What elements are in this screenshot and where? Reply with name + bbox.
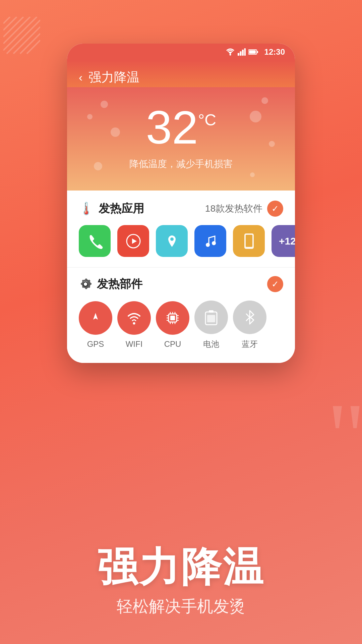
heating-apps-count: 18款发热软件 [205,202,262,215]
bluetooth-circle [233,301,266,334]
app-icon-music[interactable] [194,225,226,257]
sub-title: 轻松解决手机发烫 [20,596,342,617]
temperature-display: 32 °C [67,104,295,151]
wifi-label: WIFI [126,339,143,349]
main-title: 强力降温 [20,545,342,589]
battery-icon [248,49,258,55]
app-icon-more[interactable]: +12 [272,225,295,257]
status-bar: 12:30 [67,44,295,60]
svg-line-1 [3,17,17,30]
more-apps-label: +12 [279,235,295,247]
thermometer-icon: 🌡️ [79,202,94,216]
section-header-apps: 🌡️ 发热应用 18款发热软件 ✓ [79,201,283,217]
component-wifi[interactable]: WIFI [117,301,151,349]
app-icon-phone[interactable] [79,225,111,257]
svg-rect-13 [242,50,244,56]
temperature-section: 32 °C 降低温度，减少手机损害 [67,87,295,191]
svg-rect-29 [170,316,175,320]
svg-rect-24 [246,235,252,247]
bubble-2 [87,114,93,119]
cpu-label: CPU [164,339,181,349]
gps-label: GPS [87,339,104,349]
header-title: 强力降温 [88,69,139,86]
battery-circle [194,301,228,334]
svg-rect-25 [247,248,251,248]
apps-row: +12 [79,225,283,257]
svg-rect-14 [244,48,246,56]
component-gps[interactable]: GPS [79,301,112,349]
svg-point-21 [206,243,210,247]
svg-rect-16 [257,51,258,53]
battery-label: 电池 [203,339,219,350]
bubble-5 [250,111,261,122]
svg-point-27 [133,322,135,325]
heating-apps-section: 🌡️ 发热应用 18款发热软件 ✓ [67,191,295,267]
svg-line-8 [27,40,40,54]
bubble-4 [261,97,268,104]
svg-rect-43 [209,310,214,313]
phone-screen: 12:30 ‹ 强力降温 32 °C 降低温度，减少手机损害 [67,44,295,363]
svg-point-10 [229,54,231,56]
section-title-group-components: 发热部件 [79,276,142,292]
svg-line-3 [3,17,30,44]
quote-decoration: " [327,389,362,483]
svg-marker-19 [132,238,137,244]
wifi-circle [117,301,151,335]
temperature-value: 32 [146,104,198,151]
app-header: ‹ 强力降温 [67,60,295,87]
svg-rect-11 [238,53,239,56]
bubble-8 [250,172,255,177]
bluetooth-label: 蓝牙 [242,339,258,350]
bubble-6 [269,141,275,147]
back-button[interactable]: ‹ [79,71,82,84]
svg-rect-12 [240,51,241,56]
app-icon-map[interactable] [156,225,188,257]
components-row: GPS WIFI [79,301,283,350]
section-header-components: 发热部件 ✓ [79,276,283,292]
component-battery[interactable]: 电池 [194,301,228,350]
temperature-unit: °C [198,111,216,129]
heating-components-title: 发热部件 [97,276,142,292]
bubble-3 [111,127,120,137]
svg-point-22 [212,241,216,245]
signal-icon [238,48,246,56]
wifi-icon [226,48,235,56]
section-title-group-apps: 🌡️ 发热应用 [79,201,144,216]
component-bluetooth[interactable]: 蓝牙 [233,301,266,350]
cpu-circle [156,301,189,335]
bottom-section: 强力降温 轻松解决手机发烫 [0,545,362,617]
svg-point-20 [170,237,174,241]
component-cpu[interactable]: CPU [156,301,189,349]
heating-apps-title: 发热应用 [99,201,144,216]
svg-line-5 [7,20,40,54]
apps-check-badge[interactable]: ✓ [267,201,283,217]
gear-icon [79,277,92,291]
svg-line-6 [13,27,40,54]
svg-rect-17 [249,50,256,54]
components-check-badge[interactable]: ✓ [267,276,283,292]
svg-line-0 [3,17,10,23]
bubble-1 [101,101,108,108]
heating-components-section: 发热部件 ✓ GPS [67,268,295,363]
app-icon-video[interactable] [117,225,149,257]
status-time: 12:30 [264,47,285,57]
bubble-7 [94,162,102,170]
svg-rect-44 [207,315,215,322]
app-icon-device[interactable] [233,225,265,257]
gps-circle [79,301,112,335]
svg-marker-26 [93,313,98,320]
svg-line-4 [3,17,37,50]
phone-mockup: 12:30 ‹ 强力降温 32 °C 降低温度，减少手机损害 [67,44,295,363]
